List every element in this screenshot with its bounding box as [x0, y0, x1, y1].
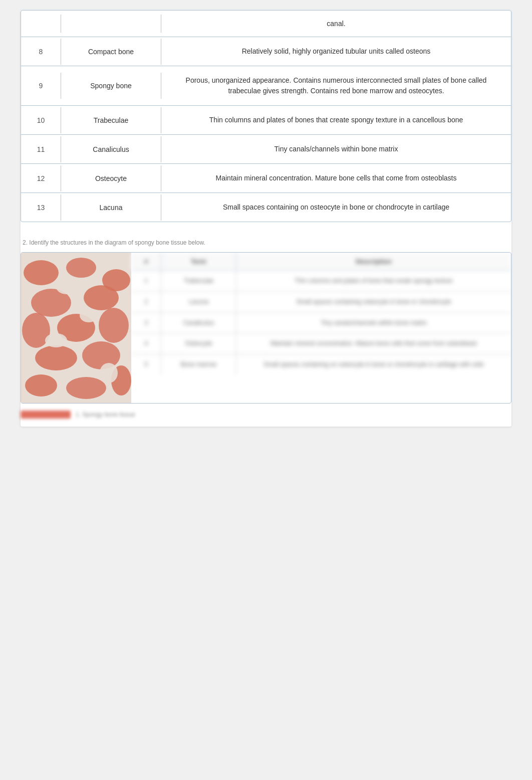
row-definition: Relatively solid, highly organized tubul… — [161, 37, 511, 66]
blurred-table-row: 5 Bone marrow Small spaces containing on… — [131, 354, 511, 375]
row-number: 9 — [21, 73, 61, 99]
blurred-table-row: 4 Osteocyte Maintain mineral concentrati… — [131, 333, 511, 354]
row-term: Canaliculus — [61, 136, 161, 162]
blurred-row-number: 3 — [131, 313, 161, 333]
bottom-label-bar: 1. Spongy bone tissue — [21, 408, 511, 422]
blurred-row-term: Canaliculus — [161, 313, 236, 333]
svg-point-8 — [99, 308, 129, 343]
blurred-row-term: Trabeculae — [161, 271, 236, 291]
svg-point-15 — [80, 308, 98, 322]
table-row: 13 Lacuna Small spaces containing on ost… — [21, 193, 511, 222]
bone-image-container — [21, 253, 131, 403]
table-row: 11 Canaliculus Tiny canals/channels with… — [21, 135, 511, 164]
bottom-section: # Term Description 1 Trabeculae Thin col… — [21, 252, 511, 404]
blurred-row-definition: Tiny canals/channels within bone matrix — [236, 313, 511, 333]
blurred-row-definition: Thin columns and plates of bone that cre… — [236, 271, 511, 291]
row-definition: canal. — [161, 11, 511, 37]
table-row: 12 Osteocyte Maintain mineral concentrat… — [21, 164, 511, 193]
row-definition: Thin columns and plates of bones that cr… — [161, 106, 511, 134]
svg-point-14 — [56, 279, 76, 294]
row-term: Lacuna — [61, 194, 161, 221]
blurred-table-header: # Term Description — [131, 253, 511, 271]
blurred-row-number: 5 — [131, 354, 161, 375]
blurred-row-term: Bone marrow — [161, 354, 236, 375]
row-term: Trabeculae — [61, 107, 161, 133]
blurred-row-definition: Small spaces containing on osteocyte in … — [236, 354, 511, 375]
blurred-row-definition: Small spaces containing osteocyte in bon… — [236, 292, 511, 312]
blurred-row-definition: Maintain mineral concentration. Mature b… — [236, 333, 511, 354]
row-term: Spongy bone — [61, 73, 161, 99]
row-definition: Tiny canals/channels within bone matrix — [161, 135, 511, 163]
row-term — [61, 15, 161, 33]
blurred-col-term: Term — [161, 253, 236, 270]
row-definition: Small spaces containing on osteocyte in … — [161, 193, 511, 222]
blurred-table-row: 3 Canaliculus Tiny canals/channels withi… — [131, 313, 511, 334]
svg-point-1 — [24, 260, 59, 285]
blurred-row-number: 4 — [131, 333, 161, 354]
svg-point-10 — [82, 341, 120, 369]
svg-point-17 — [100, 363, 118, 383]
blurred-col-description: Description — [236, 253, 511, 270]
question-section: 2. Identify the structures in the diagra… — [21, 234, 511, 427]
blurred-row-term: Osteocyte — [161, 333, 236, 354]
row-term: Osteocyte — [61, 165, 161, 191]
svg-point-11 — [25, 374, 57, 397]
table-row: 8 Compact bone Relatively solid, highly … — [21, 37, 511, 66]
row-definition: Porous, unorganized appearance. Contains… — [161, 66, 511, 105]
table-row: canal. — [21, 11, 511, 37]
table-row: 9 Spongy bone Porous, unorganized appear… — [21, 66, 511, 106]
blurred-row-term: Lacuna — [161, 292, 236, 312]
blurred-answer-table: # Term Description 1 Trabeculae Thin col… — [131, 253, 511, 403]
row-definition: Maintain mineral concentration. Mature b… — [161, 164, 511, 192]
blurred-row-number: 2 — [131, 292, 161, 312]
row-number: 13 — [21, 194, 61, 221]
blurred-col-number: # — [131, 253, 161, 270]
blurred-row-number: 1 — [131, 271, 161, 291]
blurred-table-row: 2 Lacuna Small spaces containing osteocy… — [131, 292, 511, 313]
row-number: 10 — [21, 107, 61, 133]
row-number: 11 — [21, 136, 61, 162]
svg-point-16 — [45, 333, 67, 347]
row-number: 12 — [21, 165, 61, 191]
row-number — [21, 15, 61, 33]
question-text: 2. Identify the structures in the diagra… — [21, 239, 511, 246]
bone-image — [21, 253, 131, 403]
svg-point-12 — [66, 377, 106, 399]
bottom-label-color-box — [21, 411, 71, 419]
row-term: Compact bone — [61, 39, 161, 65]
blurred-table-row: 1 Trabeculae Thin columns and plates of … — [131, 271, 511, 292]
bottom-label-text: 1. Spongy bone tissue — [76, 411, 135, 418]
main-table: canal. 8 Compact bone Relatively solid, … — [21, 10, 511, 222]
svg-point-9 — [35, 345, 77, 370]
table-row: 10 Trabeculae Thin columns and plates of… — [21, 106, 511, 135]
row-number: 8 — [21, 39, 61, 65]
svg-point-5 — [84, 285, 119, 310]
svg-point-2 — [66, 258, 96, 278]
